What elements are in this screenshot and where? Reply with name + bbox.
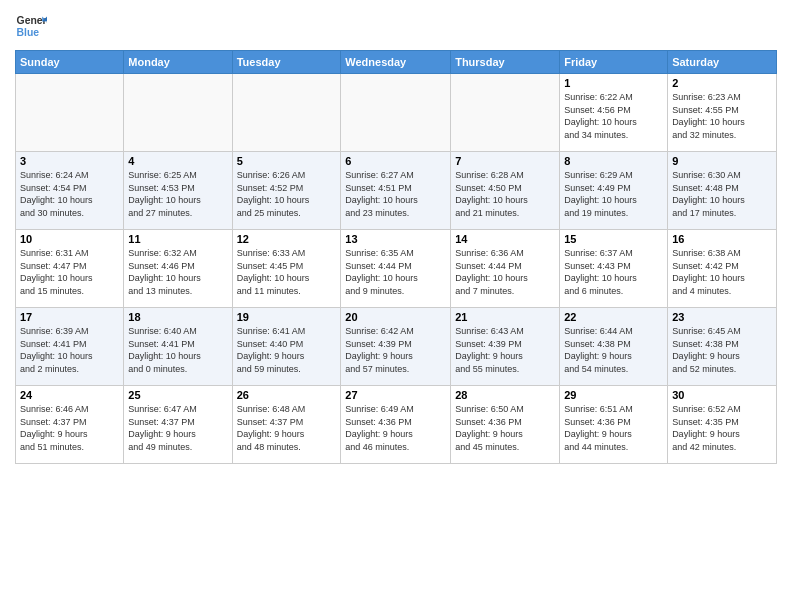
weekday-header-monday: Monday: [124, 51, 232, 74]
day-info: Sunrise: 6:44 AM Sunset: 4:38 PM Dayligh…: [564, 325, 663, 375]
day-number: 29: [564, 389, 663, 401]
weekday-header-saturday: Saturday: [668, 51, 777, 74]
calendar-cell: [232, 74, 341, 152]
day-number: 27: [345, 389, 446, 401]
day-info: Sunrise: 6:33 AM Sunset: 4:45 PM Dayligh…: [237, 247, 337, 297]
day-number: 28: [455, 389, 555, 401]
day-info: Sunrise: 6:40 AM Sunset: 4:41 PM Dayligh…: [128, 325, 227, 375]
weekday-header-thursday: Thursday: [451, 51, 560, 74]
day-number: 4: [128, 155, 227, 167]
day-number: 20: [345, 311, 446, 323]
day-info: Sunrise: 6:49 AM Sunset: 4:36 PM Dayligh…: [345, 403, 446, 453]
weekday-header-sunday: Sunday: [16, 51, 124, 74]
day-number: 2: [672, 77, 772, 89]
calendar-week-3: 10Sunrise: 6:31 AM Sunset: 4:47 PM Dayli…: [16, 230, 777, 308]
calendar-cell: 10Sunrise: 6:31 AM Sunset: 4:47 PM Dayli…: [16, 230, 124, 308]
day-info: Sunrise: 6:41 AM Sunset: 4:40 PM Dayligh…: [237, 325, 337, 375]
day-info: Sunrise: 6:46 AM Sunset: 4:37 PM Dayligh…: [20, 403, 119, 453]
weekday-header-row: SundayMondayTuesdayWednesdayThursdayFrid…: [16, 51, 777, 74]
calendar-cell: 18Sunrise: 6:40 AM Sunset: 4:41 PM Dayli…: [124, 308, 232, 386]
calendar-cell: 27Sunrise: 6:49 AM Sunset: 4:36 PM Dayli…: [341, 386, 451, 464]
calendar-cell: 6Sunrise: 6:27 AM Sunset: 4:51 PM Daylig…: [341, 152, 451, 230]
day-info: Sunrise: 6:25 AM Sunset: 4:53 PM Dayligh…: [128, 169, 227, 219]
day-info: Sunrise: 6:50 AM Sunset: 4:36 PM Dayligh…: [455, 403, 555, 453]
calendar-cell: 12Sunrise: 6:33 AM Sunset: 4:45 PM Dayli…: [232, 230, 341, 308]
day-info: Sunrise: 6:32 AM Sunset: 4:46 PM Dayligh…: [128, 247, 227, 297]
calendar-cell: 14Sunrise: 6:36 AM Sunset: 4:44 PM Dayli…: [451, 230, 560, 308]
day-info: Sunrise: 6:38 AM Sunset: 4:42 PM Dayligh…: [672, 247, 772, 297]
day-number: 13: [345, 233, 446, 245]
weekday-header-friday: Friday: [560, 51, 668, 74]
day-info: Sunrise: 6:47 AM Sunset: 4:37 PM Dayligh…: [128, 403, 227, 453]
calendar-cell: 28Sunrise: 6:50 AM Sunset: 4:36 PM Dayli…: [451, 386, 560, 464]
day-number: 18: [128, 311, 227, 323]
calendar-cell: 13Sunrise: 6:35 AM Sunset: 4:44 PM Dayli…: [341, 230, 451, 308]
calendar-cell: 29Sunrise: 6:51 AM Sunset: 4:36 PM Dayli…: [560, 386, 668, 464]
day-info: Sunrise: 6:51 AM Sunset: 4:36 PM Dayligh…: [564, 403, 663, 453]
day-number: 17: [20, 311, 119, 323]
day-info: Sunrise: 6:30 AM Sunset: 4:48 PM Dayligh…: [672, 169, 772, 219]
calendar-cell: 16Sunrise: 6:38 AM Sunset: 4:42 PM Dayli…: [668, 230, 777, 308]
calendar-cell: 11Sunrise: 6:32 AM Sunset: 4:46 PM Dayli…: [124, 230, 232, 308]
day-number: 3: [20, 155, 119, 167]
day-info: Sunrise: 6:48 AM Sunset: 4:37 PM Dayligh…: [237, 403, 337, 453]
day-number: 26: [237, 389, 337, 401]
day-info: Sunrise: 6:27 AM Sunset: 4:51 PM Dayligh…: [345, 169, 446, 219]
calendar-table: SundayMondayTuesdayWednesdayThursdayFrid…: [15, 50, 777, 464]
logo: General Blue: [15, 10, 47, 42]
day-info: Sunrise: 6:39 AM Sunset: 4:41 PM Dayligh…: [20, 325, 119, 375]
day-info: Sunrise: 6:36 AM Sunset: 4:44 PM Dayligh…: [455, 247, 555, 297]
day-number: 1: [564, 77, 663, 89]
calendar-cell: [451, 74, 560, 152]
day-number: 24: [20, 389, 119, 401]
calendar-cell: 7Sunrise: 6:28 AM Sunset: 4:50 PM Daylig…: [451, 152, 560, 230]
calendar-cell: 26Sunrise: 6:48 AM Sunset: 4:37 PM Dayli…: [232, 386, 341, 464]
day-number: 21: [455, 311, 555, 323]
calendar-week-2: 3Sunrise: 6:24 AM Sunset: 4:54 PM Daylig…: [16, 152, 777, 230]
day-info: Sunrise: 6:35 AM Sunset: 4:44 PM Dayligh…: [345, 247, 446, 297]
day-info: Sunrise: 6:42 AM Sunset: 4:39 PM Dayligh…: [345, 325, 446, 375]
day-number: 11: [128, 233, 227, 245]
calendar-cell: 23Sunrise: 6:45 AM Sunset: 4:38 PM Dayli…: [668, 308, 777, 386]
calendar-cell: 2Sunrise: 6:23 AM Sunset: 4:55 PM Daylig…: [668, 74, 777, 152]
calendar-cell: [124, 74, 232, 152]
calendar-cell: 20Sunrise: 6:42 AM Sunset: 4:39 PM Dayli…: [341, 308, 451, 386]
day-number: 25: [128, 389, 227, 401]
day-number: 8: [564, 155, 663, 167]
day-number: 9: [672, 155, 772, 167]
day-number: 14: [455, 233, 555, 245]
day-info: Sunrise: 6:29 AM Sunset: 4:49 PM Dayligh…: [564, 169, 663, 219]
calendar-cell: 15Sunrise: 6:37 AM Sunset: 4:43 PM Dayli…: [560, 230, 668, 308]
calendar-week-1: 1Sunrise: 6:22 AM Sunset: 4:56 PM Daylig…: [16, 74, 777, 152]
day-info: Sunrise: 6:26 AM Sunset: 4:52 PM Dayligh…: [237, 169, 337, 219]
calendar-body: 1Sunrise: 6:22 AM Sunset: 4:56 PM Daylig…: [16, 74, 777, 464]
day-info: Sunrise: 6:23 AM Sunset: 4:55 PM Dayligh…: [672, 91, 772, 141]
calendar-week-5: 24Sunrise: 6:46 AM Sunset: 4:37 PM Dayli…: [16, 386, 777, 464]
day-info: Sunrise: 6:28 AM Sunset: 4:50 PM Dayligh…: [455, 169, 555, 219]
calendar-cell: 1Sunrise: 6:22 AM Sunset: 4:56 PM Daylig…: [560, 74, 668, 152]
day-number: 5: [237, 155, 337, 167]
svg-text:Blue: Blue: [17, 27, 40, 38]
day-number: 12: [237, 233, 337, 245]
calendar-cell: 4Sunrise: 6:25 AM Sunset: 4:53 PM Daylig…: [124, 152, 232, 230]
day-info: Sunrise: 6:45 AM Sunset: 4:38 PM Dayligh…: [672, 325, 772, 375]
day-number: 10: [20, 233, 119, 245]
calendar-cell: 22Sunrise: 6:44 AM Sunset: 4:38 PM Dayli…: [560, 308, 668, 386]
day-info: Sunrise: 6:52 AM Sunset: 4:35 PM Dayligh…: [672, 403, 772, 453]
day-number: 16: [672, 233, 772, 245]
calendar-cell: 9Sunrise: 6:30 AM Sunset: 4:48 PM Daylig…: [668, 152, 777, 230]
calendar-cell: 24Sunrise: 6:46 AM Sunset: 4:37 PM Dayli…: [16, 386, 124, 464]
day-number: 6: [345, 155, 446, 167]
day-number: 19: [237, 311, 337, 323]
calendar-cell: 30Sunrise: 6:52 AM Sunset: 4:35 PM Dayli…: [668, 386, 777, 464]
calendar-cell: 19Sunrise: 6:41 AM Sunset: 4:40 PM Dayli…: [232, 308, 341, 386]
day-number: 22: [564, 311, 663, 323]
header: General Blue: [15, 10, 777, 42]
day-info: Sunrise: 6:24 AM Sunset: 4:54 PM Dayligh…: [20, 169, 119, 219]
day-number: 15: [564, 233, 663, 245]
weekday-header-tuesday: Tuesday: [232, 51, 341, 74]
day-number: 7: [455, 155, 555, 167]
calendar-cell: 25Sunrise: 6:47 AM Sunset: 4:37 PM Dayli…: [124, 386, 232, 464]
calendar-cell: 8Sunrise: 6:29 AM Sunset: 4:49 PM Daylig…: [560, 152, 668, 230]
day-info: Sunrise: 6:22 AM Sunset: 4:56 PM Dayligh…: [564, 91, 663, 141]
